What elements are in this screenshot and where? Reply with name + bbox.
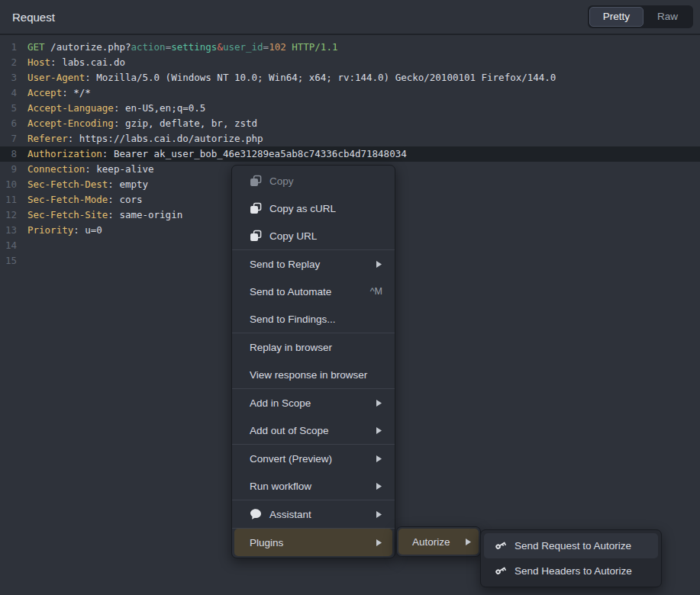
- code-token: GET: [27, 41, 50, 53]
- menu-item-send-to-findings[interactable]: Send to Findings...: [234, 305, 392, 333]
- code-token: user_id: [223, 41, 263, 53]
- menu-item-label: Copy URL: [269, 230, 382, 242]
- line-number: 7: [0, 131, 17, 146]
- menu-item-assistant[interactable]: Assistant: [234, 500, 392, 528]
- menu-item-add-in-scope[interactable]: Add in Scope: [234, 389, 392, 416]
- code-text: User-Agent: Mozilla/5.0 (Windows NT 10.0…: [27, 70, 556, 85]
- code-token: : Bearer ak_user_bob_46e31289ea5ab8c7433…: [102, 148, 407, 159]
- copy-icon: [250, 230, 262, 242]
- pretty-button[interactable]: Pretty: [589, 7, 644, 27]
- panel-title: Request: [12, 11, 55, 24]
- code-line[interactable]: 7Referer: https://labs.cai.do/autorize.p…: [0, 131, 700, 146]
- code-token: : keep-alive: [85, 163, 153, 175]
- menu-item-send-request-to-autorize[interactable]: Send Request to Autorize: [484, 533, 658, 558]
- code-token: Connection: [27, 163, 85, 175]
- code-token: Host: [27, 56, 50, 68]
- code-token: 102: [269, 41, 286, 53]
- menu-item-copy-url[interactable]: Copy URL: [234, 222, 392, 249]
- plugins-submenu: Autorize: [396, 526, 481, 557]
- code-line[interactable]: 4Accept: */*: [0, 85, 700, 101]
- submenu-arrow-icon: [376, 426, 382, 435]
- line-number: 9: [0, 162, 17, 177]
- code-line[interactable]: 2Host: labs.cai.do: [0, 55, 700, 70]
- menu-item-label: Send to Automate: [250, 286, 364, 298]
- code-token: : gzip, deflate, br, zstd: [114, 117, 257, 129]
- code-token: : en-US,en;q=0.5: [114, 102, 205, 114]
- menu-item-plugins[interactable]: Plugins: [234, 529, 392, 556]
- menu-item-send-to-automate[interactable]: Send to Automate^M: [234, 278, 392, 305]
- menu-item-view-response-in-browser[interactable]: View response in browser: [234, 361, 392, 388]
- context-menu: CopyCopy as cURLCopy URLSend to ReplaySe…: [231, 165, 395, 558]
- menu-item-label: Send Request to Autorize: [515, 540, 650, 552]
- line-number: 14: [0, 238, 17, 253]
- line-number: 2: [0, 55, 17, 70]
- menu-item-label: Replay in browser: [250, 342, 382, 353]
- code-text: Priority: u=0: [27, 223, 102, 238]
- menu-item-copy[interactable]: Copy: [234, 167, 392, 195]
- line-number: 10: [0, 177, 17, 192]
- menu-item-convert-preview[interactable]: Convert (Preview): [234, 445, 392, 472]
- line-number: 1: [0, 40, 17, 55]
- menu-item-add-out-of-scope[interactable]: Add out of Scope: [234, 416, 392, 444]
- menu-item-label: Copy: [269, 175, 382, 187]
- code-token: Sec-Fetch-Dest: [27, 178, 108, 190]
- menu-item-replay-in-browser[interactable]: Replay in browser: [234, 333, 392, 361]
- menu-item-send-to-replay[interactable]: Send to Replay: [234, 250, 392, 278]
- code-token: : */*: [62, 87, 91, 98]
- code-token: Accept: [27, 87, 62, 98]
- key-icon: [495, 565, 507, 577]
- code-token: : empty: [108, 178, 148, 190]
- code-token: HTTP/1.1: [292, 41, 337, 53]
- menu-item-label: Send to Replay: [250, 259, 369, 270]
- code-text: Accept-Language: en-US,en;q=0.5: [27, 101, 205, 116]
- menu-item-label: Convert (Preview): [250, 453, 369, 465]
- menu-item-label: Copy as cURL: [269, 203, 382, 214]
- code-token: Priority: [27, 224, 73, 236]
- menu-item-run-workflow[interactable]: Run workflow: [234, 472, 392, 500]
- menu-item-label: Autorize: [412, 536, 459, 548]
- copy-icon: [250, 202, 262, 214]
- submenu-arrow-icon: [376, 482, 382, 490]
- menu-item-label: Send to Findings...: [250, 314, 382, 325]
- code-text: Host: labs.cai.do: [27, 55, 125, 70]
- code-line[interactable]: 5Accept-Language: en-US,en;q=0.5: [0, 101, 700, 116]
- code-line[interactable]: 6Accept-Encoding: gzip, deflate, br, zst…: [0, 116, 700, 131]
- line-number: 6: [0, 116, 17, 131]
- code-line[interactable]: 1GET /autorize.php?action=settings&user_…: [0, 40, 700, 55]
- code-token: : u=0: [73, 224, 102, 236]
- code-text: Authorization: Bearer ak_user_bob_46e312…: [27, 146, 407, 162]
- shortcut-hint: ^M: [370, 286, 382, 297]
- menu-item-copy-as-curl[interactable]: Copy as cURL: [234, 195, 392, 222]
- submenu-arrow-icon: [376, 260, 382, 269]
- code-token: Sec-Fetch-Mode: [27, 194, 108, 205]
- raw-button[interactable]: Raw: [644, 7, 692, 27]
- menu-item-send-headers-to-autorize[interactable]: Send Headers to Autorize: [484, 558, 658, 584]
- code-text: Accept: */*: [27, 85, 91, 101]
- code-token: =: [263, 41, 269, 53]
- menu-item-autorize[interactable]: Autorize: [398, 529, 479, 555]
- line-number: 12: [0, 207, 17, 223]
- code-text: GET /autorize.php?action=settings&user_i…: [27, 40, 337, 55]
- code-line-highlighted[interactable]: 8Authorization: Bearer ak_user_bob_46e31…: [0, 146, 700, 162]
- code-token: : Mozilla/5.0 (Windows NT 10.0; Win64; x…: [85, 72, 556, 83]
- code-line[interactable]: 3User-Agent: Mozilla/5.0 (Windows NT 10.…: [0, 70, 700, 85]
- menu-item-label: Add out of Scope: [250, 425, 369, 436]
- line-number: 8: [0, 146, 17, 162]
- menu-item-label: Plugins: [250, 537, 369, 548]
- menu-item-label: Assistant: [269, 509, 369, 520]
- submenu-arrow-icon: [376, 455, 382, 463]
- chat-icon: [250, 508, 262, 520]
- menu-item-label: View response in browser: [250, 369, 382, 381]
- code-text: Accept-Encoding: gzip, deflate, br, zstd: [27, 116, 257, 131]
- copy-icon: [250, 175, 262, 187]
- code-text: Referer: https://labs.cai.do/autorize.ph…: [27, 131, 263, 146]
- code-token: : labs.cai.do: [50, 56, 125, 68]
- code-token: : cors: [108, 194, 142, 205]
- submenu-arrow-icon: [376, 399, 382, 407]
- code-token: User-Agent: [27, 72, 85, 83]
- code-token: : https://labs.cai.do/autorize.php: [68, 133, 263, 144]
- code-token: : same-origin: [108, 209, 182, 220]
- code-token: /autorize.php?: [50, 41, 131, 53]
- code-text: Connection: keep-alive: [27, 162, 154, 177]
- code-text: Sec-Fetch-Mode: cors: [27, 192, 143, 207]
